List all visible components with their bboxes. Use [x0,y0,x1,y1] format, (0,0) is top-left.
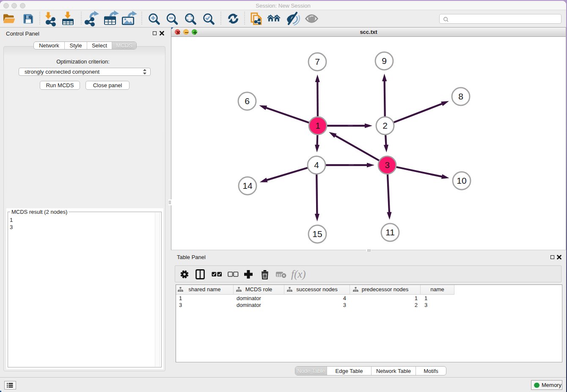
svg-text:7: 7 [315,57,320,66]
svg-text:11: 11 [385,227,395,237]
svg-text:14: 14 [242,181,253,190]
svg-text:9: 9 [382,56,387,66]
svg-text:15: 15 [312,229,322,239]
svg-text:1: 1 [315,121,320,130]
svg-text:8: 8 [458,91,463,101]
svg-text:6: 6 [245,96,250,106]
svg-text:4: 4 [314,160,319,170]
svg-text:2: 2 [383,121,388,130]
svg-text:10: 10 [457,176,466,185]
svg-text:3: 3 [385,160,390,170]
svg-text:f(x): f(x) [291,268,306,280]
